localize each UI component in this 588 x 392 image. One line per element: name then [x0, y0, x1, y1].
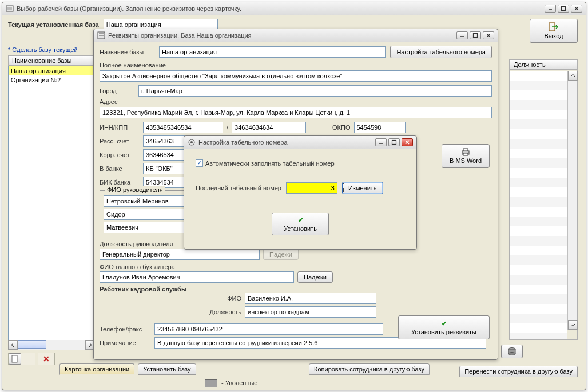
- bank-label: В банке: [100, 165, 140, 172]
- set-details-button[interactable]: ✔ Установить реквизиты: [398, 315, 490, 339]
- svg-rect-3: [562, 7, 566, 11]
- close-button[interactable]: [483, 31, 494, 39]
- close-button[interactable]: [402, 138, 413, 146]
- form-icon: [97, 31, 105, 39]
- checkbox-icon: [196, 159, 203, 167]
- rs-field[interactable]: 34654363: [143, 135, 189, 147]
- close-button[interactable]: [571, 5, 582, 13]
- svg-point-10: [508, 353, 515, 355]
- msword-button[interactable]: В MS Word: [442, 144, 490, 168]
- maximize-button[interactable]: [558, 5, 569, 13]
- fio-head-legend: ФИО руководителя: [105, 186, 165, 193]
- chief-acc-label: ФИО главного бухгалтера: [100, 263, 492, 270]
- dismissed-legend: - Уволенные: [202, 379, 257, 387]
- address-field[interactable]: 123321, Республика Марий Эл, г. Нарья-Ма…: [100, 107, 492, 118]
- base-name-label: Название базы: [100, 49, 154, 55]
- kpp-field[interactable]: 34634634634: [232, 122, 306, 133]
- inn-field[interactable]: 4353465346534: [143, 122, 223, 133]
- grid-body[interactable]: [510, 71, 567, 339]
- bank-field[interactable]: КБ "ОКБ": [143, 163, 189, 174]
- install-button[interactable]: ✔ Установить: [272, 213, 329, 235]
- tabnum-titlebar: Настройка табельного номера: [184, 136, 416, 149]
- list-item[interactable]: Организация №2: [9, 75, 93, 85]
- scroll-left-button[interactable]: [8, 340, 18, 350]
- org-titlebar: Реквизиты организации. База Наша организ…: [94, 29, 498, 42]
- maximize-button[interactable]: [388, 138, 400, 146]
- note-label: Примечание: [100, 339, 151, 346]
- tabnum-title: Настройка табельного номера: [198, 139, 375, 146]
- page-icon: [11, 355, 18, 363]
- tabnum-dialog: Настройка табельного номера Автоматическ…: [184, 135, 417, 250]
- hr-legend: Работник кадровой службы: [100, 286, 188, 293]
- padezhi-button-2[interactable]: Падежи: [297, 271, 333, 283]
- ks-label: Корр. счет: [100, 151, 140, 158]
- check-icon: ✔: [298, 217, 303, 224]
- full-name-field[interactable]: Закрытое Акционерное общество "Заря комм…: [100, 70, 492, 82]
- inn-kpp-label: ИНН/КПП: [100, 124, 140, 131]
- cross-icon: ✕: [43, 354, 50, 363]
- tab-copy-employee[interactable]: Копировать сотрудника в другую базу: [309, 363, 430, 375]
- head-patronymic-field[interactable]: Матвеевич: [104, 222, 189, 233]
- exit-icon: [549, 22, 559, 31]
- svg-rect-7: [12, 355, 17, 362]
- okpo-field[interactable]: 5454598: [354, 122, 406, 133]
- okpo-label: ОКПО: [332, 124, 350, 131]
- rs-label: Расс. счет: [100, 138, 140, 145]
- hr-pos-field[interactable]: инспектор по кадрам: [245, 306, 376, 318]
- last-tabnum-label: Последний табельный номер: [196, 185, 281, 191]
- delete-button[interactable]: ✕: [38, 353, 55, 365]
- scroll-down-button[interactable]: [568, 320, 578, 330]
- current-base-label: Текущая установленная база: [8, 21, 99, 28]
- svg-rect-15: [474, 34, 478, 38]
- tab-set-base[interactable]: Установить базу: [138, 363, 196, 375]
- minimize-button[interactable]: [456, 31, 468, 39]
- svg-rect-24: [392, 141, 396, 145]
- list-item[interactable]: Наша организация: [9, 66, 93, 75]
- hr-fio-label: ФИО: [200, 295, 241, 302]
- org-title: Реквизиты организации. База Наша организ…: [108, 32, 456, 39]
- svg-point-22: [190, 141, 193, 143]
- address-label: Адрес: [100, 98, 492, 105]
- make-current-link[interactable]: * Сделать базу текущей: [8, 46, 78, 53]
- svg-rect-20: [463, 153, 468, 155]
- database-icon: [507, 347, 517, 356]
- chief-acc-field[interactable]: Гладунов Иван Артемович: [100, 271, 294, 283]
- exit-button[interactable]: Выход: [530, 19, 578, 43]
- head-name-field[interactable]: Сидор: [104, 209, 189, 220]
- check-icon: ✔: [442, 320, 447, 327]
- main-titlebar: Выбор рабочей базы (Организации). Заполн…: [2, 2, 586, 15]
- tabnum-settings-button[interactable]: Настройка табельного номера: [390, 46, 492, 58]
- tab-org-card[interactable]: Карточка организации: [59, 363, 134, 375]
- city-label: Город: [100, 87, 134, 94]
- head-surname-field[interactable]: Петровский-Меринов: [104, 195, 189, 207]
- head-position-field[interactable]: Генеральный директор: [100, 249, 260, 260]
- app-icon: [6, 5, 14, 13]
- svg-rect-19: [463, 149, 468, 151]
- scroll-up-button[interactable]: [568, 71, 578, 81]
- minimize-button[interactable]: [545, 5, 556, 13]
- db-icon-button[interactable]: [501, 345, 523, 358]
- ks-field[interactable]: 36346534: [143, 149, 189, 161]
- minimize-button[interactable]: [375, 138, 387, 146]
- phone-field[interactable]: 234567890-098765432: [154, 323, 383, 335]
- tab-move-employee[interactable]: Перенести сотрудника в другую базу: [459, 366, 578, 377]
- grid-header-position[interactable]: Должность: [510, 59, 577, 70]
- phone-label: Телефон/факс: [100, 326, 151, 333]
- full-name-label: Полное наименование: [100, 62, 492, 69]
- hr-fio-field[interactable]: Василенко И.А.: [245, 293, 376, 304]
- printer-icon: [461, 148, 470, 156]
- scroll-thumb[interactable]: [18, 340, 46, 349]
- last-tabnum-field[interactable]: 3: [286, 182, 337, 194]
- base-name-field[interactable]: Наша организация: [159, 46, 386, 58]
- new-button[interactable]: [9, 353, 21, 365]
- padezhi-button-1[interactable]: Падежи: [263, 249, 299, 260]
- maximize-button[interactable]: [470, 31, 481, 39]
- auto-fill-checkbox[interactable]: Автоматически заполнять табельный номер: [196, 159, 405, 167]
- main-title: Выбор рабочей базы (Организации). Заполн…: [17, 5, 545, 12]
- list-header-name[interactable]: Наименование базы: [8, 55, 94, 66]
- city-field[interactable]: г. Нарьян-Мар: [138, 85, 492, 97]
- msword-label: В MS Word: [450, 157, 482, 164]
- bik-label: БИК банка: [100, 179, 140, 186]
- change-button[interactable]: Изменить: [342, 182, 383, 194]
- exit-label: Выход: [545, 33, 563, 39]
